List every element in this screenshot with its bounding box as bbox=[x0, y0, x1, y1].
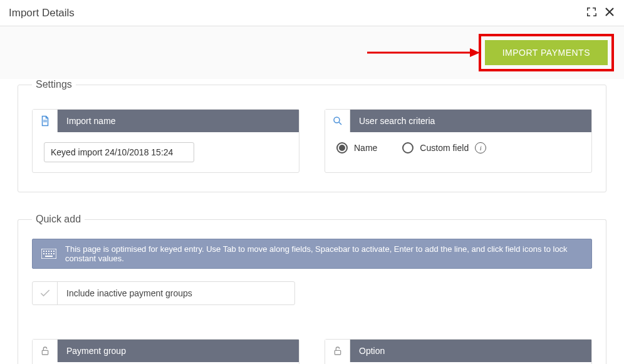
settings-legend: Settings bbox=[32, 79, 76, 90]
panel-title: Import name bbox=[58, 110, 299, 132]
check-icon bbox=[33, 282, 58, 304]
user-search-panel: User search criteria Name Custom field i bbox=[325, 109, 592, 173]
hint-text: This page is optimised for keyed entry. … bbox=[65, 244, 583, 263]
svg-rect-11 bbox=[53, 251, 55, 252]
header-actions bbox=[586, 6, 615, 19]
lock-open-icon[interactable] bbox=[325, 340, 350, 362]
svg-point-4 bbox=[334, 117, 340, 123]
svg-rect-13 bbox=[46, 253, 47, 254]
include-inactive-checkbox[interactable]: Include inactive payment groups bbox=[32, 281, 295, 305]
import-name-panel: Import name bbox=[32, 109, 299, 173]
svg-rect-18 bbox=[42, 350, 48, 355]
info-icon[interactable]: i bbox=[475, 142, 486, 153]
checkbox-label: Include inactive payment groups bbox=[58, 282, 294, 304]
quickadd-section: Quick add This page is optimised for key… bbox=[18, 214, 606, 364]
option-panel: Option Donation:One-off ▼ bbox=[325, 339, 592, 364]
svg-rect-14 bbox=[48, 253, 49, 254]
panel-header: Payment group bbox=[33, 340, 299, 362]
svg-rect-16 bbox=[53, 253, 55, 254]
dialog-header: Import Details bbox=[0, 0, 624, 26]
payment-group-panel: Payment group Online Giving ▼ i bbox=[32, 339, 299, 364]
quickadd-legend: Quick add bbox=[32, 214, 85, 225]
svg-rect-19 bbox=[335, 350, 340, 355]
radio-label: Name bbox=[354, 143, 377, 153]
hint-bar: This page is optimised for keyed entry. … bbox=[32, 239, 592, 269]
panel-header: User search criteria bbox=[325, 110, 591, 132]
radio-custom-field[interactable]: Custom field i bbox=[402, 142, 486, 153]
svg-rect-2 bbox=[43, 120, 47, 121]
svg-rect-10 bbox=[51, 251, 52, 252]
file-icon bbox=[33, 110, 58, 132]
svg-rect-3 bbox=[43, 122, 47, 122]
panel-header: Import name bbox=[33, 110, 299, 132]
panel-title: Payment group bbox=[58, 340, 299, 362]
close-icon[interactable] bbox=[604, 6, 615, 19]
svg-rect-7 bbox=[43, 251, 44, 252]
panel-header: Option bbox=[325, 340, 591, 362]
svg-rect-8 bbox=[46, 251, 47, 252]
svg-rect-17 bbox=[45, 256, 53, 257]
keyboard-icon bbox=[41, 249, 56, 259]
radio-icon bbox=[336, 142, 348, 153]
svg-rect-12 bbox=[43, 253, 44, 254]
page-title: Import Details bbox=[9, 7, 75, 19]
panel-title: User search criteria bbox=[350, 110, 591, 132]
svg-marker-1 bbox=[470, 48, 480, 57]
radio-label: Custom field bbox=[420, 143, 469, 153]
action-bar: IMPORT PAYMENTS bbox=[0, 26, 624, 79]
lock-open-icon[interactable] bbox=[33, 340, 58, 362]
svg-rect-9 bbox=[48, 251, 49, 252]
radio-name[interactable]: Name bbox=[336, 142, 377, 153]
radio-icon bbox=[402, 142, 413, 153]
svg-rect-15 bbox=[51, 253, 52, 254]
import-name-input[interactable] bbox=[44, 142, 194, 162]
settings-section: Settings Import name bbox=[18, 79, 606, 192]
fullscreen-icon[interactable] bbox=[586, 7, 596, 19]
panel-title: Option bbox=[350, 340, 591, 362]
annotation-arrow bbox=[367, 46, 480, 59]
search-icon bbox=[325, 110, 350, 132]
annotation-highlight: IMPORT PAYMENTS bbox=[479, 34, 614, 71]
import-payments-button[interactable]: IMPORT PAYMENTS bbox=[485, 40, 608, 65]
svg-line-5 bbox=[339, 122, 341, 125]
